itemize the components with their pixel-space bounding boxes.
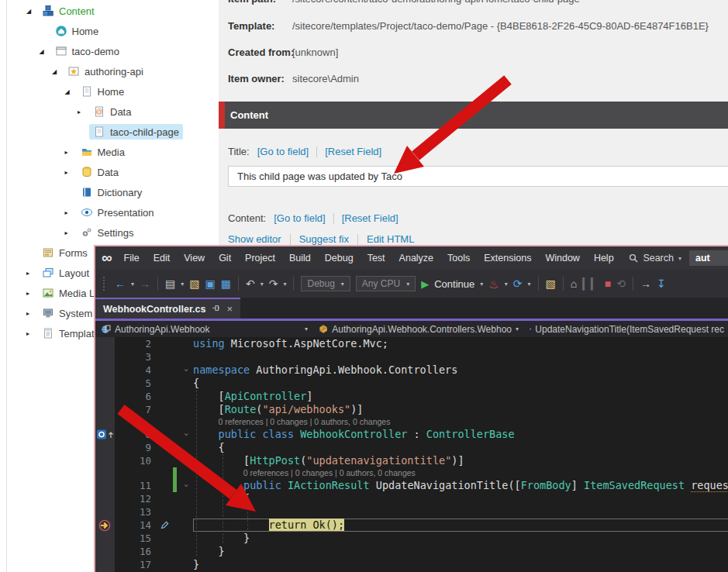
- expand-toggle-icon[interactable]: ▸: [26, 330, 38, 337]
- chevron-down-icon[interactable]: ▾: [283, 281, 286, 288]
- chevron-down-icon[interactable]: ▾: [181, 281, 184, 288]
- tree-item-authoring-api[interactable]: ◢authoring-api: [7, 61, 219, 81]
- code-line-9[interactable]: 9 {: [95, 441, 728, 454]
- platform-select[interactable]: Any CPU▾: [356, 276, 416, 291]
- tree-item-taco-demo[interactable]: ◢taco-demo: [7, 41, 219, 61]
- save-all-icon[interactable]: ▦: [221, 278, 231, 289]
- expand-toggle-icon[interactable]: ▸: [65, 209, 77, 216]
- expand-toggle-icon[interactable]: ▸: [78, 109, 89, 115]
- chevron-down-icon[interactable]: ▾: [480, 281, 483, 288]
- tree-item-home[interactable]: Home: [7, 21, 219, 41]
- code-line-2[interactable]: 2using Microsoft.AspNetCore.Mvc;: [95, 337, 728, 350]
- tab-webhookcontroller[interactable]: WebhookController.cs ×: [95, 298, 240, 319]
- expand-toggle-icon[interactable]: ▸: [26, 270, 38, 277]
- navigate-forward-icon[interactable]: →: [140, 278, 150, 289]
- menu-item-view[interactable]: View: [177, 246, 212, 270]
- menu-item-project[interactable]: Project: [238, 246, 282, 270]
- step-into-icon[interactable]: ↧: [657, 278, 666, 289]
- code-line-12[interactable]: 12 {: [95, 492, 728, 505]
- code-line-4[interactable]: 4›namespace AuthoringApi.Webhook.Control…: [95, 364, 728, 377]
- toolbar-drag-handle[interactable]: [103, 277, 108, 291]
- title-reset-field-link[interactable]: [Reset Field]: [325, 146, 381, 157]
- new-item-icon[interactable]: ▤: [165, 278, 175, 289]
- find-in-files-icon[interactable]: ▧: [546, 278, 556, 289]
- menu-item-build[interactable]: Build: [282, 246, 318, 270]
- sync-with-active-document-icon[interactable]: ⌂: [571, 278, 577, 289]
- continue-button[interactable]: Continue: [434, 278, 474, 290]
- show-editor-link[interactable]: Show editor: [228, 233, 281, 245]
- search-input[interactable]: aut: [689, 250, 728, 266]
- menu-item-tools[interactable]: Tools: [440, 246, 477, 270]
- tree-item-home[interactable]: ◢Home: [7, 81, 219, 102]
- tree-item-settings[interactable]: ▸Settings: [7, 222, 219, 243]
- debug-configuration-select[interactable]: Debug▾: [301, 276, 350, 291]
- chevron-down-icon[interactable]: ▾: [260, 281, 264, 288]
- title-goto-field-link[interactable]: [Go to field]: [257, 146, 309, 157]
- expand-toggle-icon[interactable]: ▸: [26, 290, 38, 297]
- pin-icon[interactable]: [212, 303, 220, 315]
- reference-margin-icon[interactable]: [97, 429, 115, 439]
- hot-reload-flame-icon[interactable]: ♨: [488, 278, 499, 290]
- chevron-down-icon[interactable]: ▾: [131, 281, 134, 288]
- content-goto-field-link[interactable]: [Go to field]: [274, 212, 325, 224]
- navigate-back-icon[interactable]: ←: [115, 278, 126, 289]
- show-next-statement-icon[interactable]: →: [640, 278, 651, 289]
- tree-item-data[interactable]: ▸@Data: [7, 102, 219, 122]
- vs-search-control[interactable]: Search ▾: [621, 253, 689, 264]
- code-line-7[interactable]: 7 [Route("api/webhooks")]: [95, 403, 728, 416]
- tree-item-media[interactable]: ▸Media: [7, 142, 219, 162]
- code-line-5[interactable]: 5{: [95, 377, 728, 390]
- edit-html-link[interactable]: Edit HTML: [367, 233, 414, 245]
- tree-item-taco-child-page[interactable]: taco-child-page: [7, 122, 219, 142]
- chevron-down-icon[interactable]: ▾: [528, 281, 531, 288]
- code-line-15[interactable]: 15 }: [95, 532, 728, 545]
- close-icon[interactable]: ×: [226, 303, 233, 315]
- collapse-toggle-icon[interactable]: ◢: [65, 88, 77, 95]
- code-line-16[interactable]: 16 }: [95, 545, 728, 558]
- expand-toggle-icon[interactable]: ▸: [26, 310, 38, 317]
- content-reset-field-link[interactable]: [Reset Field]: [342, 212, 399, 224]
- restart-application-icon[interactable]: ⟳: [513, 278, 523, 289]
- suggest-fix-link[interactable]: Suggest fix: [299, 233, 349, 245]
- collapse-toggle-icon[interactable]: ◢: [40, 48, 51, 55]
- menu-item-analyze[interactable]: Analyze: [392, 246, 440, 270]
- collapse-toggle-icon[interactable]: ◢: [26, 8, 38, 15]
- continue-play-icon[interactable]: ▶: [421, 278, 429, 290]
- break-all-icon[interactable]: ▎▎: [582, 278, 599, 289]
- code-line-8[interactable]: 8› public class WebhookController : Cont…: [95, 428, 728, 441]
- code-line-13[interactable]: 13: [95, 505, 728, 519]
- tree-item-data[interactable]: ▸Data: [7, 162, 219, 182]
- expand-toggle-icon[interactable]: ▸: [65, 169, 77, 176]
- code-line-10[interactable]: 10 [HttpPost("updatenavigationtitle")]: [95, 454, 728, 467]
- current-statement-arrow-icon[interactable]: [98, 519, 111, 532]
- fold-chevron-icon[interactable]: ›: [180, 432, 193, 437]
- chevron-down-icon[interactable]: ▾: [505, 281, 508, 288]
- restart-icon[interactable]: ⟲: [616, 278, 626, 289]
- code-line-6[interactable]: 6 [ApiController]: [95, 390, 728, 403]
- redo-icon[interactable]: ↷: [269, 278, 278, 289]
- save-icon[interactable]: ▣: [205, 278, 216, 289]
- menu-item-edit[interactable]: Edit: [147, 246, 178, 270]
- menu-item-help[interactable]: Help: [587, 246, 621, 270]
- tree-item-content[interactable]: ◢Content: [7, 1, 219, 21]
- tree-item-presentation[interactable]: ▸Presentation: [7, 202, 219, 222]
- menu-item-extensions[interactable]: Extensions: [477, 246, 538, 270]
- expand-toggle-icon[interactable]: ▸: [65, 149, 77, 156]
- breadcrumb-project-dropdown[interactable]: AuthoringApi.Webhook ▾: [95, 321, 313, 337]
- fold-chevron-icon[interactable]: ›: [180, 367, 193, 373]
- fold-chevron-icon[interactable]: ›: [180, 483, 193, 488]
- menu-item-test[interactable]: Test: [361, 246, 392, 270]
- menu-item-debug[interactable]: Debug: [318, 246, 361, 270]
- stop-debugging-icon[interactable]: ■: [605, 278, 611, 289]
- undo-icon[interactable]: ↶: [246, 278, 255, 289]
- code-line-11[interactable]: 11› public IActionResult UpdateNavigatio…: [95, 479, 728, 492]
- code-editor[interactable]: 2using Microsoft.AspNetCore.Mvc;34›names…: [95, 337, 728, 572]
- expand-toggle-icon[interactable]: ▸: [65, 229, 77, 236]
- menu-item-file[interactable]: File: [117, 246, 147, 270]
- code-line-3[interactable]: 3: [95, 350, 728, 364]
- title-input[interactable]: [228, 166, 728, 187]
- menu-item-git[interactable]: Git: [212, 246, 238, 270]
- tree-item-dictionary[interactable]: Dictionary: [7, 182, 219, 202]
- code-line-17[interactable]: 17}: [95, 558, 728, 571]
- breadcrumb-type-dropdown[interactable]: AuthoringApi.Webhook.Controllers.Webhoo …: [313, 321, 524, 337]
